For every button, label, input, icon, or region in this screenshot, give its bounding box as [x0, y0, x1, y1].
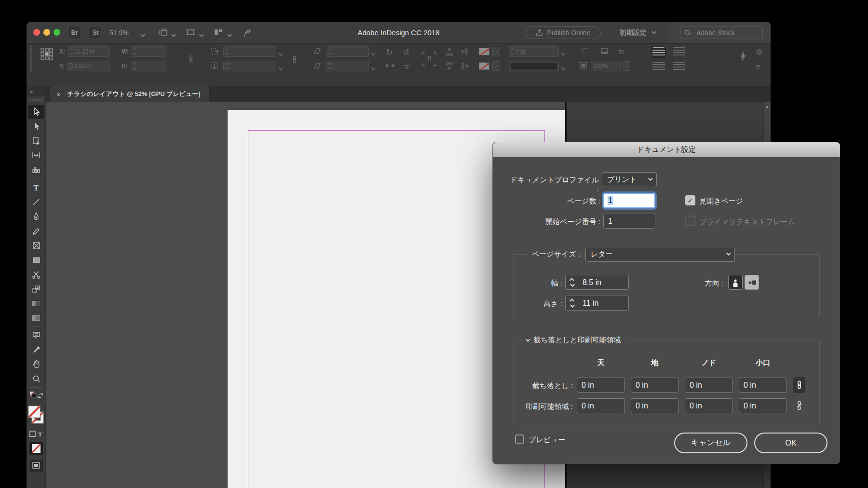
tab-close-icon[interactable]: × — [56, 90, 61, 98]
wrap-around-bounding-box-button[interactable] — [673, 47, 685, 57]
frame-fitting-icon[interactable] — [579, 61, 588, 70]
shear-angle-icon[interactable] — [313, 62, 321, 69]
height-input[interactable]: 11 in — [578, 296, 629, 311]
slug-bottom-input[interactable]: 0 in — [631, 398, 679, 413]
opacity-field[interactable]: 100% — [591, 61, 621, 71]
scale-x-icon[interactable] — [211, 48, 219, 55]
slug-top-input[interactable]: 0 in — [577, 398, 625, 413]
scale-link-icon[interactable] — [291, 54, 298, 64]
pen-tool[interactable] — [27, 210, 46, 223]
scale-y-chevron-icon[interactable] — [278, 64, 282, 72]
hand-tool[interactable] — [27, 357, 46, 371]
orientation-portrait-button[interactable] — [728, 275, 743, 290]
gap-tool[interactable] — [27, 149, 46, 162]
facing-pages-checkbox[interactable]: ✓ — [685, 195, 695, 205]
stroke-weight-chevron-icon[interactable] — [561, 49, 564, 58]
shear-angle-field[interactable] — [326, 61, 369, 71]
panel-menu-icon[interactable]: ≡ — [756, 62, 760, 72]
select-previous-object-icon[interactable] — [445, 47, 454, 56]
apply-color-button[interactable] — [27, 441, 46, 456]
height-stepper[interactable] — [565, 296, 578, 311]
effects-fx-button[interactable]: fx. — [619, 48, 626, 55]
direct-selection-tool[interactable] — [27, 120, 46, 133]
shear-chevron-icon[interactable] — [371, 64, 374, 72]
frame-tool[interactable] — [27, 239, 46, 252]
flip-horizontal-icon[interactable] — [386, 62, 394, 69]
corner-options-icon[interactable] — [581, 47, 590, 55]
document-tab[interactable]: × チラシのレイアウト @ 52% [GPU プレビュー] — [50, 86, 209, 102]
content-collector-tool[interactable] — [27, 163, 46, 176]
select-parent-icon[interactable] — [461, 62, 469, 70]
bleed-top-input[interactable]: 0 in — [577, 378, 625, 393]
eyedropper-tool[interactable] — [27, 343, 46, 356]
y-field[interactable]: 8.02 in — [68, 61, 110, 71]
stroke-style-chevron-icon[interactable] — [561, 64, 564, 72]
slug-outside-input[interactable]: 0 in — [739, 398, 787, 413]
workspace-switcher[interactable]: 初期設定 — [620, 22, 655, 43]
select-container-icon[interactable]: P — [421, 51, 437, 67]
swap-fill-stroke-mini[interactable] — [27, 390, 46, 401]
line-tool[interactable] — [27, 195, 46, 209]
fill-color-swatch[interactable] — [479, 62, 489, 70]
notes-tool[interactable] — [27, 328, 46, 342]
scissors-tool[interactable] — [27, 268, 46, 281]
bleed-inside-input[interactable]: 0 in — [685, 378, 733, 393]
h-field[interactable] — [131, 61, 166, 71]
rotation-angle-field[interactable] — [326, 46, 369, 57]
stock-search-input[interactable]: Adobe Stock — [680, 27, 763, 39]
slug-link-button[interactable] — [793, 397, 805, 414]
rotation-chevron-icon[interactable] — [371, 49, 374, 58]
stroke-weight-field[interactable]: 0 pt — [509, 46, 559, 57]
shear-icon[interactable] — [313, 48, 321, 54]
fill-color-more-button[interactable]: › — [492, 61, 500, 71]
constrain-proportions-broken-link-icon[interactable] — [187, 54, 195, 64]
page-tool[interactable] — [27, 134, 46, 148]
scale-y-icon[interactable] — [211, 62, 219, 70]
bleed-bottom-input[interactable]: 0 in — [631, 378, 679, 393]
stroke-style-dropdown[interactable] — [509, 61, 559, 71]
preview-checkbox[interactable] — [515, 434, 524, 444]
page-size-dropdown[interactable]: レター — [585, 247, 735, 262]
pencil-tool[interactable] — [27, 224, 46, 238]
free-transform-tool[interactable] — [27, 282, 46, 296]
bleed-link-button[interactable] — [793, 377, 805, 393]
rotate-ccw-icon[interactable]: ↺ — [403, 47, 409, 57]
opacity-more-button[interactable]: › — [623, 61, 630, 71]
scale-y-field[interactable] — [223, 61, 276, 71]
reference-point-grid[interactable] — [40, 47, 54, 61]
pages-input[interactable]: 1 — [603, 193, 655, 208]
tools-panel-grip[interactable] — [30, 99, 42, 101]
zoom-tool[interactable] — [27, 372, 46, 385]
dialog-title-bar[interactable]: ドキュメント設定 — [493, 142, 840, 157]
bleed-slug-caption[interactable]: 裁ち落としと印刷可能領域 — [522, 333, 624, 347]
primary-text-frame-checkbox[interactable] — [685, 216, 695, 226]
publish-online-button[interactable]: Publish Online — [526, 26, 601, 39]
select-next-object-icon[interactable] — [461, 47, 469, 56]
fill-stroke-swatches[interactable] — [27, 403, 46, 428]
drop-shadow-icon[interactable] — [600, 47, 609, 55]
x-field[interactable]: 11.12 in — [68, 46, 110, 57]
rotate-cw-icon[interactable]: ↻ — [386, 47, 393, 57]
width-input[interactable]: 8.5 in — [578, 275, 629, 290]
bleed-outside-input[interactable]: 0 in — [739, 378, 787, 393]
jump-object-button[interactable] — [673, 62, 685, 71]
gradient-tool[interactable] — [27, 297, 46, 310]
stroke-color-more-button[interactable]: › — [492, 47, 500, 56]
scale-x-field[interactable] — [223, 46, 276, 57]
no-text-wrap-button[interactable] — [652, 47, 665, 57]
width-stepper[interactable] — [565, 275, 578, 290]
w-field[interactable] — [131, 46, 166, 57]
scroll-up-icon[interactable]: ▲ — [764, 104, 771, 109]
apply-gradient-button[interactable] — [27, 458, 46, 474]
start-page-input[interactable]: 1 — [603, 214, 655, 229]
panel-grip[interactable] — [30, 46, 32, 73]
gear-icon[interactable]: ⚙ — [756, 47, 763, 57]
scale-x-chevron-icon[interactable] — [278, 49, 282, 58]
select-content-icon[interactable] — [445, 62, 454, 70]
type-tool[interactable]: T — [27, 181, 46, 194]
wrap-around-object-button[interactable] — [652, 62, 665, 71]
flip-vertical-icon[interactable] — [403, 62, 410, 69]
profile-dropdown[interactable]: プリント — [602, 172, 657, 187]
cancel-button[interactable]: キャンセル — [674, 433, 747, 453]
ok-button[interactable]: OK — [754, 433, 827, 453]
